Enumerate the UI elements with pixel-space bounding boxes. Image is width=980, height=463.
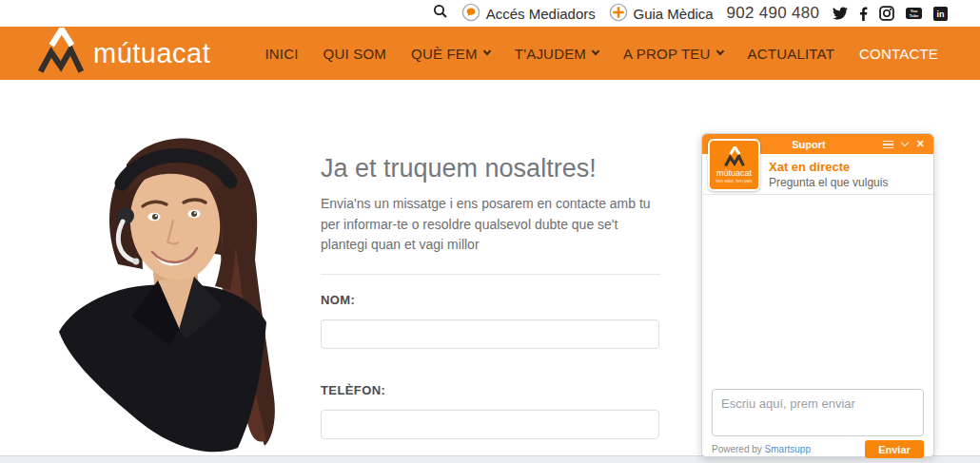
smartsupp-link[interactable]: Smartsupp (765, 444, 811, 454)
send-button[interactable]: Enviar (865, 440, 924, 458)
svg-text:in: in (937, 10, 945, 19)
page-title: Ja et truquem nosaltres! (321, 154, 597, 183)
chat-heading: Xat en directe (769, 160, 888, 174)
instagram-icon[interactable] (879, 6, 894, 21)
nav-item-tajudem[interactable]: T'AJUDEM (515, 46, 598, 62)
avatar-wordmark: mútuacat (716, 168, 752, 178)
chevron-down-icon (592, 48, 599, 55)
powered-by: Powered by Smartsupp (712, 444, 811, 454)
telefon-label: TELÈFON: (321, 383, 385, 397)
link-acces-mediadors[interactable]: Accés Mediadors (461, 3, 596, 25)
chat-intro: Xat en directe Pregunta el que vulguis (769, 160, 888, 189)
nav-item-a-prop-teu[interactable]: A PROP TEU (623, 46, 722, 62)
link-guia-medica[interactable]: Guia Mèdica (609, 3, 714, 25)
medical-plus-icon (609, 3, 628, 25)
chevron-down-icon (483, 48, 491, 55)
chat-message-input[interactable] (712, 389, 924, 436)
nav-item-actualitat[interactable]: ACTUALITAT (748, 46, 834, 62)
youtube-icon[interactable]: YouTube (906, 7, 922, 20)
telefon-input[interactable] (321, 410, 659, 439)
intro-text: Envia'ns un missatge i ens posarem en co… (321, 194, 665, 256)
facebook-icon[interactable] (859, 6, 868, 21)
link-acces-mediadors-label: Accés Mediadors (486, 6, 596, 22)
support-agent-photo (27, 126, 317, 455)
powered-by-text: Powered by (712, 444, 762, 454)
social-icons: YouTube in (833, 6, 948, 21)
nom-label: NOM: (321, 293, 355, 307)
chat-close-icon[interactable]: ✕ (916, 139, 925, 149)
phone-number: 902 490 480 (726, 4, 819, 23)
top-utility-bar: Accés Mediadors Guia Mèdica 902 490 480 (0, 0, 980, 27)
chat-brand-avatar: mútuacat fem salut, fem país (708, 139, 760, 191)
nav-item-inici[interactable]: INICI (265, 46, 298, 62)
nav-item-contacte[interactable]: CONTACTE (859, 46, 938, 62)
speech-bubble-icon (461, 3, 480, 25)
mutuacat-logo-mark-icon (38, 28, 84, 79)
nav-item-qui-som[interactable]: QUI SOM (323, 46, 386, 62)
nav-menu: INICI QUI SOM QUÈ FEM T'AJUDEM A PROP TE… (265, 46, 938, 62)
page: Accés Mediadors Guia Mèdica 902 490 480 (0, 0, 980, 463)
chat-menu-icon[interactable] (883, 141, 893, 148)
form-divider (321, 274, 660, 275)
search-icon[interactable] (433, 4, 448, 23)
chat-message-area[interactable] (702, 195, 933, 385)
chat-footer: Powered by Smartsupp Enviar (712, 440, 924, 458)
main-navbar: mútuacat INICI QUI SOM QUÈ FEM T'AJUDEM … (0, 27, 980, 80)
avatar-tagline: fem salut, fem país (715, 179, 752, 183)
linkedin-icon[interactable]: in (933, 7, 948, 21)
chat-widget: Suport ✕ mútuacat fem salut, fem país Xa… (701, 133, 934, 457)
chevron-down-icon (715, 48, 723, 55)
chat-subheading: Pregunta el que vulguis (769, 176, 888, 189)
chat-minimize-icon[interactable] (901, 139, 909, 146)
logo-wordmark: mútuacat (93, 38, 210, 69)
mutuacat-logo[interactable]: mútuacat (38, 28, 210, 79)
nav-item-que-fem[interactable]: QUÈ FEM (411, 46, 490, 62)
svg-text:Tube: Tube (910, 13, 919, 18)
twitter-icon[interactable] (833, 7, 848, 20)
link-guia-medica-label: Guia Mèdica (634, 6, 714, 22)
nom-input[interactable] (321, 319, 659, 349)
